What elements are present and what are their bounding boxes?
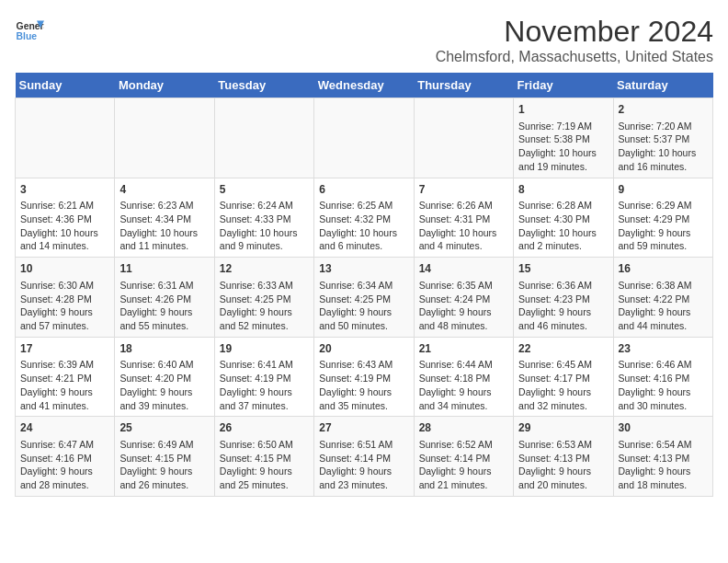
day-info: Sunrise: 6:35 AM Sunset: 4:24 PM Dayligh… [419, 279, 508, 333]
calendar-cell: 29Sunrise: 6:53 AM Sunset: 4:13 PM Dayli… [514, 417, 613, 497]
day-info: Sunrise: 6:36 AM Sunset: 4:23 PM Dayligh… [518, 279, 608, 333]
day-info: Sunrise: 6:47 AM Sunset: 4:16 PM Dayligh… [20, 438, 109, 492]
day-number: 11 [119, 261, 209, 277]
day-number: 28 [419, 420, 508, 436]
day-info: Sunrise: 6:49 AM Sunset: 4:15 PM Dayligh… [119, 438, 209, 492]
day-number: 10 [20, 261, 109, 277]
calendar-cell: 18Sunrise: 6:40 AM Sunset: 4:20 PM Dayli… [115, 337, 214, 417]
day-number: 29 [518, 420, 608, 436]
day-number: 9 [619, 182, 708, 198]
day-number: 30 [619, 420, 708, 436]
day-info: Sunrise: 6:39 AM Sunset: 4:21 PM Dayligh… [20, 358, 109, 412]
day-info: Sunrise: 6:40 AM Sunset: 4:20 PM Dayligh… [119, 358, 209, 412]
day-info: Sunrise: 6:26 AM Sunset: 4:31 PM Dayligh… [419, 199, 508, 253]
day-info: Sunrise: 6:38 AM Sunset: 4:22 PM Dayligh… [619, 279, 708, 333]
day-number: 19 [220, 341, 309, 357]
day-number: 3 [20, 182, 109, 198]
day-info: Sunrise: 6:46 AM Sunset: 4:16 PM Dayligh… [619, 358, 708, 412]
calendar-cell: 2Sunrise: 7:20 AM Sunset: 5:37 PM Daylig… [613, 98, 712, 178]
calendar-header-row: SundayMondayTuesdayWednesdayThursdayFrid… [16, 73, 713, 98]
title-area: November 2024 Chelmsford, Massachusetts,… [436, 15, 713, 65]
day-number: 18 [119, 341, 209, 357]
day-number: 1 [518, 102, 608, 118]
calendar-cell: 21Sunrise: 6:44 AM Sunset: 4:18 PM Dayli… [414, 337, 513, 417]
day-info: Sunrise: 6:52 AM Sunset: 4:14 PM Dayligh… [419, 438, 508, 492]
day-info: Sunrise: 6:41 AM Sunset: 4:19 PM Dayligh… [220, 358, 309, 412]
day-info: Sunrise: 6:25 AM Sunset: 4:32 PM Dayligh… [319, 199, 408, 253]
calendar-cell: 17Sunrise: 6:39 AM Sunset: 4:21 PM Dayli… [16, 337, 115, 417]
calendar-cell: 11Sunrise: 6:31 AM Sunset: 4:26 PM Dayli… [115, 258, 214, 338]
logo-icon: General Blue [15, 15, 44, 44]
day-header-tuesday: Tuesday [214, 73, 313, 98]
day-info: Sunrise: 7:20 AM Sunset: 5:37 PM Dayligh… [619, 120, 708, 174]
calendar-cell: 25Sunrise: 6:49 AM Sunset: 4:15 PM Dayli… [115, 417, 214, 497]
calendar-cell: 23Sunrise: 6:46 AM Sunset: 4:16 PM Dayli… [613, 337, 712, 417]
day-number: 22 [518, 341, 608, 357]
calendar-week-row: 1Sunrise: 7:19 AM Sunset: 5:38 PM Daylig… [16, 98, 713, 178]
header: General Blue November 2024 Chelmsford, M… [15, 15, 713, 65]
calendar-cell [115, 98, 214, 178]
day-number: 8 [518, 182, 608, 198]
calendar-cell: 7Sunrise: 6:26 AM Sunset: 4:31 PM Daylig… [414, 178, 513, 258]
calendar-cell: 16Sunrise: 6:38 AM Sunset: 4:22 PM Dayli… [613, 258, 712, 338]
day-number: 15 [518, 261, 608, 277]
day-header-sunday: Sunday [16, 73, 115, 98]
day-number: 6 [319, 182, 408, 198]
logo: General Blue [15, 15, 44, 44]
day-number: 21 [419, 341, 508, 357]
calendar-cell: 1Sunrise: 7:19 AM Sunset: 5:38 PM Daylig… [514, 98, 613, 178]
calendar-cell: 19Sunrise: 6:41 AM Sunset: 4:19 PM Dayli… [214, 337, 313, 417]
calendar-cell: 10Sunrise: 6:30 AM Sunset: 4:28 PM Dayli… [16, 258, 115, 338]
day-number: 14 [419, 261, 508, 277]
calendar-cell: 20Sunrise: 6:43 AM Sunset: 4:19 PM Dayli… [314, 337, 414, 417]
day-number: 26 [220, 420, 309, 436]
day-header-saturday: Saturday [613, 73, 712, 98]
calendar-week-row: 3Sunrise: 6:21 AM Sunset: 4:36 PM Daylig… [16, 178, 713, 258]
day-info: Sunrise: 6:30 AM Sunset: 4:28 PM Dayligh… [20, 279, 109, 333]
day-header-monday: Monday [115, 73, 214, 98]
day-number: 4 [119, 182, 209, 198]
day-header-wednesday: Wednesday [314, 73, 414, 98]
calendar-cell: 6Sunrise: 6:25 AM Sunset: 4:32 PM Daylig… [314, 178, 414, 258]
subtitle: Chelmsford, Massachusetts, United States [436, 49, 713, 65]
calendar-cell: 8Sunrise: 6:28 AM Sunset: 4:30 PM Daylig… [514, 178, 613, 258]
calendar-cell: 15Sunrise: 6:36 AM Sunset: 4:23 PM Dayli… [514, 258, 613, 338]
day-info: Sunrise: 6:51 AM Sunset: 4:14 PM Dayligh… [319, 438, 408, 492]
calendar-cell: 24Sunrise: 6:47 AM Sunset: 4:16 PM Dayli… [16, 417, 115, 497]
day-number: 17 [20, 341, 109, 357]
calendar-cell: 9Sunrise: 6:29 AM Sunset: 4:29 PM Daylig… [613, 178, 712, 258]
day-number: 24 [20, 420, 109, 436]
day-info: Sunrise: 6:45 AM Sunset: 4:17 PM Dayligh… [518, 358, 608, 412]
day-number: 12 [220, 261, 309, 277]
day-info: Sunrise: 6:24 AM Sunset: 4:33 PM Dayligh… [220, 199, 309, 253]
day-info: Sunrise: 6:44 AM Sunset: 4:18 PM Dayligh… [419, 358, 508, 412]
calendar-week-row: 10Sunrise: 6:30 AM Sunset: 4:28 PM Dayli… [16, 258, 713, 338]
day-info: Sunrise: 6:50 AM Sunset: 4:15 PM Dayligh… [220, 438, 309, 492]
calendar-cell: 14Sunrise: 6:35 AM Sunset: 4:24 PM Dayli… [414, 258, 513, 338]
day-number: 2 [619, 102, 708, 118]
calendar-week-row: 17Sunrise: 6:39 AM Sunset: 4:21 PM Dayli… [16, 337, 713, 417]
calendar-cell: 5Sunrise: 6:24 AM Sunset: 4:33 PM Daylig… [214, 178, 313, 258]
calendar-cell: 26Sunrise: 6:50 AM Sunset: 4:15 PM Dayli… [214, 417, 313, 497]
day-number: 13 [319, 261, 408, 277]
calendar-cell: 4Sunrise: 6:23 AM Sunset: 4:34 PM Daylig… [115, 178, 214, 258]
calendar-cell [414, 98, 513, 178]
day-number: 23 [619, 341, 708, 357]
day-header-thursday: Thursday [414, 73, 513, 98]
calendar-cell: 28Sunrise: 6:52 AM Sunset: 4:14 PM Dayli… [414, 417, 513, 497]
svg-text:Blue: Blue [17, 31, 38, 41]
day-info: Sunrise: 6:43 AM Sunset: 4:19 PM Dayligh… [319, 358, 408, 412]
day-info: Sunrise: 6:29 AM Sunset: 4:29 PM Dayligh… [619, 199, 708, 253]
calendar-cell: 30Sunrise: 6:54 AM Sunset: 4:13 PM Dayli… [613, 417, 712, 497]
day-info: Sunrise: 6:54 AM Sunset: 4:13 PM Dayligh… [619, 438, 708, 492]
calendar-cell [16, 98, 115, 178]
calendar-cell: 3Sunrise: 6:21 AM Sunset: 4:36 PM Daylig… [16, 178, 115, 258]
day-info: Sunrise: 6:28 AM Sunset: 4:30 PM Dayligh… [518, 199, 608, 253]
calendar-cell: 13Sunrise: 6:34 AM Sunset: 4:25 PM Dayli… [314, 258, 414, 338]
day-info: Sunrise: 7:19 AM Sunset: 5:38 PM Dayligh… [518, 120, 608, 174]
day-number: 16 [619, 261, 708, 277]
calendar-week-row: 24Sunrise: 6:47 AM Sunset: 4:16 PM Dayli… [16, 417, 713, 497]
day-header-friday: Friday [514, 73, 613, 98]
calendar-cell [314, 98, 414, 178]
calendar-cell: 22Sunrise: 6:45 AM Sunset: 4:17 PM Dayli… [514, 337, 613, 417]
